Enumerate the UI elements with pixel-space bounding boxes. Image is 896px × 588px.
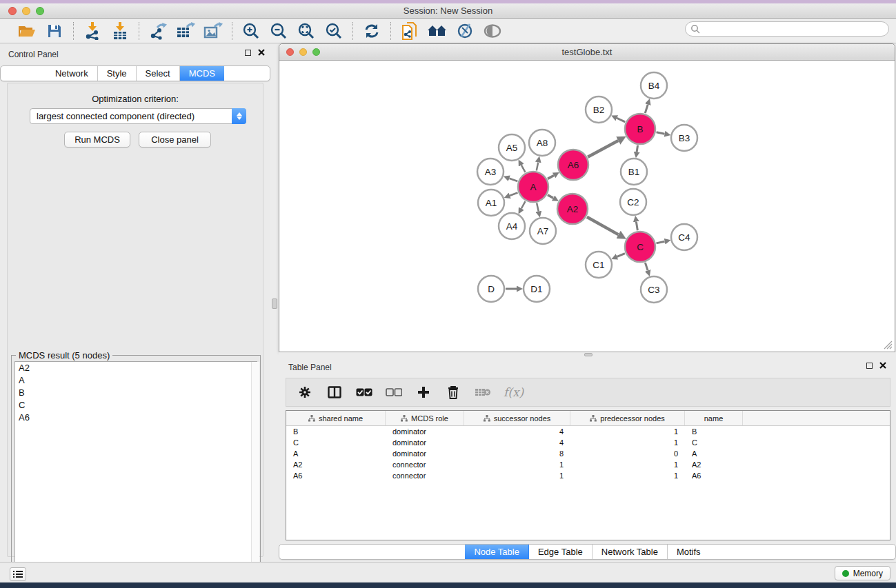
show-hide-graphics-button[interactable]: [481, 21, 504, 41]
mcds-result-group: MCDS result (5 nodes) A2ABCA6: [11, 355, 261, 588]
export-table-button[interactable]: [175, 21, 197, 41]
result-list-item[interactable]: A: [15, 374, 257, 387]
graph-node-label-A7: A7: [537, 226, 549, 236]
style-preview-button[interactable]: [454, 21, 476, 41]
export-image-button[interactable]: [202, 21, 224, 41]
graph-edge-A2-C[interactable]: [587, 217, 619, 235]
table-cell: 1: [464, 472, 570, 480]
tab-motifs[interactable]: Motifs: [668, 545, 710, 559]
zoom-out-button[interactable]: [268, 21, 290, 41]
column-view-button[interactable]: [326, 382, 344, 403]
table-settings-button[interactable]: [296, 382, 314, 403]
graph-edge-B-B4[interactable]: [645, 105, 648, 113]
export-table-icon: [176, 22, 195, 40]
graph-edge-A6-B[interactable]: [588, 141, 618, 157]
close-panel-icon[interactable]: [258, 49, 265, 56]
tab-style[interactable]: Style: [98, 66, 137, 81]
tab-select[interactable]: Select: [137, 66, 180, 81]
run-mcds-button[interactable]: Run MCDS: [64, 132, 130, 148]
graph-edge-A-A4[interactable]: [521, 201, 526, 208]
criterion-dropdown[interactable]: largest connected component (directed): [30, 108, 246, 124]
unselect-all-button[interactable]: [385, 382, 403, 403]
save-session-button[interactable]: [43, 21, 66, 41]
table-row[interactable]: Adominator80A: [286, 448, 890, 459]
tab-edge-table[interactable]: Edge Table: [529, 545, 593, 559]
resize-grip-icon[interactable]: [884, 341, 893, 349]
close-window-button[interactable]: [8, 7, 17, 15]
table-row[interactable]: Cdominator41C: [286, 437, 890, 448]
graph-edge-B-B2[interactable]: [617, 118, 625, 122]
result-list-scrollbar[interactable]: [251, 362, 259, 585]
delete-column-button[interactable]: [444, 382, 462, 403]
close-network-button[interactable]: [286, 48, 294, 56]
search-input[interactable]: [700, 23, 888, 35]
table-column-header[interactable]: MCDS role: [386, 411, 464, 425]
graph-edge-C-C4[interactable]: [656, 241, 664, 243]
delete-table-button[interactable]: [474, 382, 492, 403]
graph-edge-C-C1[interactable]: [617, 254, 625, 257]
table-column-header[interactable]: shared name: [286, 411, 386, 425]
search-field[interactable]: [685, 21, 889, 37]
network-window-titlebar[interactable]: testGlobe.txt: [279, 44, 895, 61]
split-divider-horizontal[interactable]: [279, 352, 896, 357]
graph-edge-A-A2[interactable]: [548, 195, 553, 199]
float-panel-icon[interactable]: [866, 363, 873, 369]
tab-network[interactable]: Network: [46, 66, 98, 81]
split-divider-vertical[interactable]: [270, 43, 279, 562]
result-list-item[interactable]: A2: [15, 362, 257, 374]
graph-edge-C-C3[interactable]: [645, 263, 648, 271]
tab-mcds[interactable]: MCDS: [180, 66, 224, 81]
minimize-window-button[interactable]: [22, 7, 30, 15]
open-session-button[interactable]: [16, 21, 38, 41]
graph-edge-A-A6[interactable]: [548, 175, 554, 179]
zoom-selected-button[interactable]: [323, 21, 345, 41]
divider-handle[interactable]: [272, 298, 277, 309]
home-button[interactable]: [426, 21, 448, 41]
zoom-window-button[interactable]: [36, 7, 44, 15]
close-panel-button[interactable]: Close panel: [139, 132, 211, 148]
result-list-item[interactable]: A6: [15, 412, 257, 424]
result-list-item[interactable]: C: [15, 399, 257, 412]
node-table[interactable]: shared nameMCDS rolesuccessor nodesprede…: [286, 410, 890, 540]
select-all-button[interactable]: [355, 382, 373, 403]
close-panel-icon[interactable]: [879, 362, 886, 369]
table-column-header[interactable]: predecessor nodes: [570, 411, 685, 425]
graph-edge-B-B3[interactable]: [657, 132, 665, 134]
clone-network-button[interactable]: [399, 21, 421, 41]
float-panel-icon[interactable]: [245, 50, 251, 56]
tab-node-table[interactable]: Node Table: [465, 545, 529, 559]
graph-edge-A-A8[interactable]: [537, 162, 538, 170]
network-window-controls: [286, 48, 320, 56]
add-column-button[interactable]: [415, 382, 432, 403]
import-network-button[interactable]: [81, 21, 103, 41]
table-cell: 1: [570, 427, 685, 436]
graph-edge-A-A5[interactable]: [521, 165, 526, 172]
graph-edge-A-A3[interactable]: [509, 179, 517, 181]
table-row[interactable]: A6connector11A6: [286, 470, 890, 481]
memory-button[interactable]: Memory: [835, 566, 890, 580]
graph-edge-A-A7[interactable]: [537, 203, 539, 211]
table-row[interactable]: A2connector11A2: [286, 459, 890, 470]
minimize-network-button[interactable]: [299, 48, 307, 56]
import-table-button[interactable]: [109, 21, 131, 41]
refresh-button[interactable]: [361, 21, 383, 41]
export-network-button[interactable]: [147, 21, 169, 41]
graph-edge-A-A1[interactable]: [510, 192, 517, 195]
graph-edge-C-C2[interactable]: [636, 222, 637, 231]
network-canvas[interactable]: AA1A2A3A4A5A6A7A8BB1B2B3B4CC1C2C3C4DD1: [280, 61, 894, 352]
mcds-result-list[interactable]: A2ABCA6: [14, 361, 257, 586]
tab-network-table[interactable]: Network Table: [593, 545, 668, 559]
function-builder-button[interactable]: f(x): [504, 382, 524, 403]
result-list-item[interactable]: B: [15, 387, 257, 399]
graph-edge-B-B1[interactable]: [637, 145, 637, 152]
import-table-icon: [112, 22, 128, 40]
zoom-in-button[interactable]: [240, 21, 262, 41]
table-column-header[interactable]: successor nodes: [464, 411, 570, 425]
table-column-header[interactable]: name: [685, 411, 743, 425]
style-brush-icon: [456, 23, 474, 39]
table-row[interactable]: Bdominator41B: [286, 426, 890, 437]
zoom-fit-button[interactable]: [295, 21, 317, 41]
divider-handle[interactable]: [584, 353, 593, 356]
task-history-button[interactable]: [10, 567, 26, 581]
zoom-network-button[interactable]: [312, 48, 320, 56]
